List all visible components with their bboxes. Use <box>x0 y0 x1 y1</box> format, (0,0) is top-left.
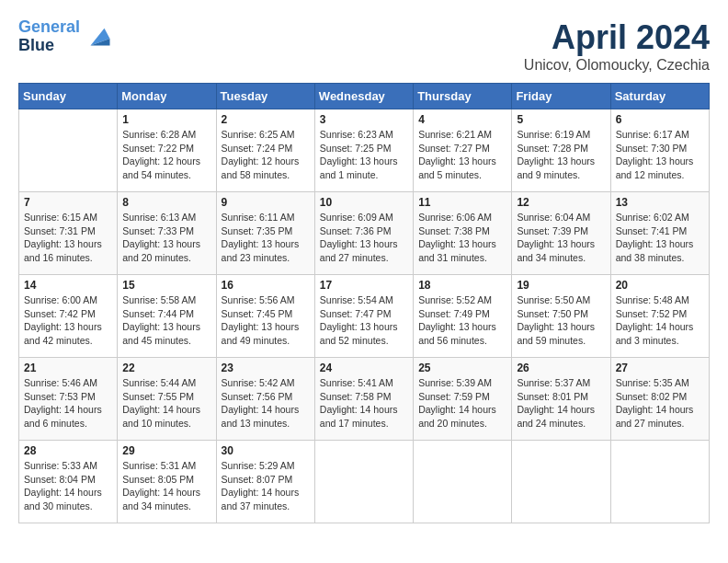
day-number: 12 <box>517 196 605 209</box>
day-number: 8 <box>122 196 210 209</box>
day-cell: 2Sunrise: 6:25 AM Sunset: 7:24 PM Daylig… <box>216 109 314 192</box>
day-info: Sunrise: 5:31 AM Sunset: 8:05 PM Dayligh… <box>122 459 210 513</box>
month-title: April 2024 <box>524 18 710 57</box>
day-number: 19 <box>517 279 605 292</box>
day-number: 16 <box>222 279 310 292</box>
header-day-sunday: Sunday <box>19 84 118 109</box>
day-info: Sunrise: 5:41 AM Sunset: 7:58 PM Dayligh… <box>320 376 408 431</box>
day-cell: 14Sunrise: 6:00 AM Sunset: 7:42 PM Dayli… <box>19 275 118 358</box>
header-day-friday: Friday <box>512 84 610 109</box>
header-day-tuesday: Tuesday <box>216 84 314 109</box>
day-cell: 5Sunrise: 6:19 AM Sunset: 7:28 PM Daylig… <box>512 109 610 192</box>
day-info: Sunrise: 5:42 AM Sunset: 7:56 PM Dayligh… <box>222 376 310 431</box>
day-info: Sunrise: 5:58 AM Sunset: 7:44 PM Dayligh… <box>122 293 210 348</box>
week-row-3: 14Sunrise: 6:00 AM Sunset: 7:42 PM Dayli… <box>19 275 710 358</box>
day-info: Sunrise: 6:15 AM Sunset: 7:31 PM Dayligh… <box>24 211 112 265</box>
day-number: 22 <box>122 362 210 374</box>
day-cell: 28Sunrise: 5:33 AM Sunset: 8:04 PM Dayli… <box>19 441 118 523</box>
day-cell: 8Sunrise: 6:13 AM Sunset: 7:33 PM Daylig… <box>118 192 216 275</box>
day-cell: 29Sunrise: 5:31 AM Sunset: 8:05 PM Dayli… <box>118 441 216 523</box>
day-info: Sunrise: 6:02 AM Sunset: 7:41 PM Dayligh… <box>616 211 704 265</box>
page-header: GeneralBlue April 2024 Unicov, Olomoucky… <box>18 18 710 74</box>
day-number: 23 <box>222 362 310 374</box>
day-info: Sunrise: 5:33 AM Sunset: 8:04 PM Dayligh… <box>24 459 112 513</box>
day-cell: 23Sunrise: 5:42 AM Sunset: 7:56 PM Dayli… <box>216 358 314 441</box>
day-number: 9 <box>222 196 310 209</box>
day-info: Sunrise: 6:13 AM Sunset: 7:33 PM Dayligh… <box>122 211 210 265</box>
logo-text: GeneralBlue <box>18 18 80 55</box>
day-cell <box>512 441 610 523</box>
day-number: 18 <box>418 279 506 292</box>
day-number: 4 <box>418 113 506 126</box>
day-cell: 24Sunrise: 5:41 AM Sunset: 7:58 PM Dayli… <box>314 358 413 441</box>
day-number: 27 <box>616 362 704 374</box>
week-row-2: 7Sunrise: 6:15 AM Sunset: 7:31 PM Daylig… <box>19 192 710 275</box>
day-number: 1 <box>122 113 210 126</box>
day-cell: 25Sunrise: 5:39 AM Sunset: 7:59 PM Dayli… <box>414 358 512 441</box>
day-cell <box>610 441 709 523</box>
day-info: Sunrise: 5:48 AM Sunset: 7:52 PM Dayligh… <box>616 293 704 348</box>
calendar-table: SundayMondayTuesdayWednesdayThursdayFrid… <box>18 83 710 523</box>
day-info: Sunrise: 6:06 AM Sunset: 7:38 PM Dayligh… <box>418 211 506 265</box>
day-info: Sunrise: 6:21 AM Sunset: 7:27 PM Dayligh… <box>418 128 506 182</box>
day-number: 15 <box>122 279 210 292</box>
day-cell: 3Sunrise: 6:23 AM Sunset: 7:25 PM Daylig… <box>314 109 413 192</box>
day-number: 5 <box>517 113 605 126</box>
header-row: SundayMondayTuesdayWednesdayThursdayFrid… <box>19 84 710 109</box>
day-number: 24 <box>320 362 408 374</box>
header-day-wednesday: Wednesday <box>314 84 413 109</box>
day-number: 10 <box>320 196 408 209</box>
day-info: Sunrise: 5:29 AM Sunset: 8:07 PM Dayligh… <box>222 459 310 513</box>
day-cell: 10Sunrise: 6:09 AM Sunset: 7:36 PM Dayli… <box>314 192 413 275</box>
week-row-1: 1Sunrise: 6:28 AM Sunset: 7:22 PM Daylig… <box>19 109 710 192</box>
header-day-thursday: Thursday <box>414 84 512 109</box>
logo: GeneralBlue <box>18 18 111 55</box>
day-number: 17 <box>320 279 408 292</box>
day-number: 28 <box>24 444 112 457</box>
day-number: 30 <box>222 444 310 457</box>
day-info: Sunrise: 5:52 AM Sunset: 7:49 PM Dayligh… <box>418 293 506 348</box>
day-number: 25 <box>418 362 506 374</box>
day-cell: 16Sunrise: 5:56 AM Sunset: 7:45 PM Dayli… <box>216 275 314 358</box>
day-info: Sunrise: 6:17 AM Sunset: 7:30 PM Dayligh… <box>616 128 704 182</box>
day-number: 14 <box>24 279 112 292</box>
day-cell <box>19 109 118 192</box>
day-number: 7 <box>24 196 112 209</box>
day-info: Sunrise: 6:28 AM Sunset: 7:22 PM Dayligh… <box>122 128 210 182</box>
day-cell: 15Sunrise: 5:58 AM Sunset: 7:44 PM Dayli… <box>118 275 216 358</box>
day-cell: 6Sunrise: 6:17 AM Sunset: 7:30 PM Daylig… <box>610 109 709 192</box>
week-row-5: 28Sunrise: 5:33 AM Sunset: 8:04 PM Dayli… <box>19 441 710 523</box>
day-cell: 21Sunrise: 5:46 AM Sunset: 7:53 PM Dayli… <box>19 358 118 441</box>
day-cell: 26Sunrise: 5:37 AM Sunset: 8:01 PM Dayli… <box>512 358 610 441</box>
day-info: Sunrise: 5:46 AM Sunset: 7:53 PM Dayligh… <box>24 376 112 431</box>
header-day-saturday: Saturday <box>610 84 709 109</box>
title-block: April 2024 Unicov, Olomoucky, Czechia <box>524 18 710 74</box>
day-info: Sunrise: 5:35 AM Sunset: 8:02 PM Dayligh… <box>616 376 704 431</box>
header-day-monday: Monday <box>118 84 216 109</box>
day-cell <box>314 441 413 523</box>
day-cell: 22Sunrise: 5:44 AM Sunset: 7:55 PM Dayli… <box>118 358 216 441</box>
day-cell: 4Sunrise: 6:21 AM Sunset: 7:27 PM Daylig… <box>414 109 512 192</box>
week-row-4: 21Sunrise: 5:46 AM Sunset: 7:53 PM Dayli… <box>19 358 710 441</box>
day-number: 26 <box>517 362 605 374</box>
day-info: Sunrise: 6:19 AM Sunset: 7:28 PM Dayligh… <box>517 128 605 182</box>
day-info: Sunrise: 5:56 AM Sunset: 7:45 PM Dayligh… <box>222 293 310 348</box>
location-subtitle: Unicov, Olomoucky, Czechia <box>524 57 710 74</box>
day-cell <box>414 441 512 523</box>
day-number: 11 <box>418 196 506 209</box>
day-cell: 19Sunrise: 5:50 AM Sunset: 7:50 PM Dayli… <box>512 275 610 358</box>
day-info: Sunrise: 6:04 AM Sunset: 7:39 PM Dayligh… <box>517 211 605 265</box>
day-number: 13 <box>616 196 704 209</box>
day-number: 3 <box>320 113 408 126</box>
day-info: Sunrise: 5:50 AM Sunset: 7:50 PM Dayligh… <box>517 293 605 348</box>
day-cell: 30Sunrise: 5:29 AM Sunset: 8:07 PM Dayli… <box>216 441 314 523</box>
day-cell: 7Sunrise: 6:15 AM Sunset: 7:31 PM Daylig… <box>19 192 118 275</box>
calendar-body: 1Sunrise: 6:28 AM Sunset: 7:22 PM Daylig… <box>19 109 710 523</box>
day-cell: 27Sunrise: 5:35 AM Sunset: 8:02 PM Dayli… <box>610 358 709 441</box>
day-cell: 12Sunrise: 6:04 AM Sunset: 7:39 PM Dayli… <box>512 192 610 275</box>
day-info: Sunrise: 6:11 AM Sunset: 7:35 PM Dayligh… <box>222 211 310 265</box>
day-number: 29 <box>122 444 210 457</box>
day-cell: 9Sunrise: 6:11 AM Sunset: 7:35 PM Daylig… <box>216 192 314 275</box>
day-info: Sunrise: 5:39 AM Sunset: 7:59 PM Dayligh… <box>418 376 506 431</box>
logo-icon <box>84 23 111 51</box>
